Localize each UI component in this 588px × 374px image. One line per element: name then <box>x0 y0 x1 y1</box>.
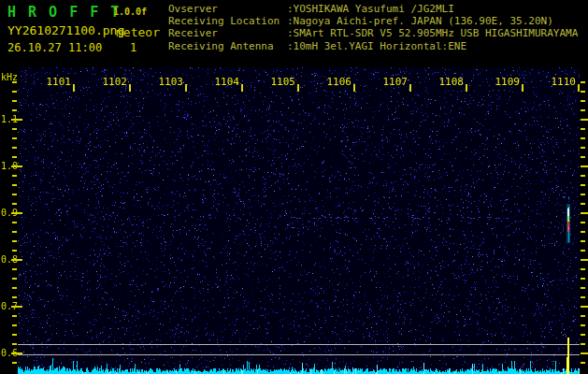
time-tick <box>73 84 75 92</box>
freq-minor-tick-left <box>12 194 17 195</box>
freq-minor-tick-left <box>12 362 17 364</box>
freq-major-tick-right <box>581 165 588 167</box>
freq-minor-tick-right <box>581 268 585 270</box>
freq-minor-tick-left <box>12 324 17 326</box>
mode-label: meteor <box>116 25 160 39</box>
freq-minor-tick-left <box>12 100 17 102</box>
freq-minor-tick-right <box>581 250 585 252</box>
station-info-row: Ovserver:YOSHIKAWA Yasufumi /JG2MLI <box>168 3 578 15</box>
time-tick-label: 1103 <box>155 76 183 88</box>
station-info-label: Receiving Location <box>168 15 287 27</box>
freq-minor-tick-right <box>581 231 585 233</box>
time-tick <box>241 84 243 92</box>
freq-minor-tick-left <box>12 278 17 280</box>
time-tick-label: 1101 <box>43 76 71 88</box>
freq-minor-tick-left <box>12 240 17 242</box>
freq-major-tick-right <box>581 259 588 261</box>
station-info-value: :10mH 3el.YAGI Horizontal:ENE <box>287 40 466 52</box>
time-tick-label: 1109 <box>492 76 520 88</box>
time-tick <box>353 84 355 92</box>
time-tick-label: 1108 <box>436 76 464 88</box>
station-info-row: Receiving Location:Nagoya Aichi-pref. JA… <box>168 15 578 27</box>
station-info-block: Ovserver:YOSHIKAWA Yasufumi /JG2MLIRecei… <box>168 3 578 52</box>
station-info-value: :YOSHIKAWA Yasufumi /JG2MLI <box>287 3 454 15</box>
freq-minor-tick-left <box>12 203 17 205</box>
time-tick <box>297 84 299 92</box>
freq-minor-tick-left <box>12 222 17 223</box>
freq-minor-tick-right <box>581 315 585 317</box>
freq-major-tick-left <box>11 165 22 167</box>
echo-count: 1 <box>130 41 136 54</box>
output-filename: YY2610271100.png <box>7 23 124 37</box>
freq-minor-tick-left <box>12 175 17 177</box>
freq-minor-tick-right <box>581 91 585 93</box>
freq-minor-tick-left <box>12 296 17 298</box>
app-title: H R O F F T <box>7 4 121 21</box>
time-tick-label: 1104 <box>211 76 239 88</box>
freq-minor-tick-right <box>581 287 585 289</box>
time-tick <box>129 84 131 92</box>
freq-minor-tick-left <box>12 268 17 270</box>
freq-minor-tick-right <box>581 109 585 111</box>
freq-minor-tick-right <box>581 222 585 223</box>
freq-minor-tick-left <box>12 231 17 233</box>
freq-minor-tick-left <box>12 287 17 289</box>
freq-major-tick-right <box>581 119 588 121</box>
freq-minor-tick-right <box>581 296 585 298</box>
time-tick-label: 1105 <box>267 76 295 88</box>
freq-major-tick-right <box>581 306 588 308</box>
station-info-label: Receiving Antenna <box>168 40 287 52</box>
station-info-value: :SMArt RTL-SDR V5 52.905MHz USB HIGASHIM… <box>287 27 578 39</box>
freq-minor-tick-left <box>12 128 17 130</box>
datetime-label: 26.10.27 11:00 <box>7 41 102 54</box>
freq-major-tick-right <box>581 352 588 354</box>
freq-minor-tick-right <box>581 203 585 205</box>
time-tick <box>522 84 523 92</box>
freq-minor-tick-left <box>12 334 17 336</box>
time-tick <box>578 84 580 92</box>
freq-minor-tick-right <box>581 334 585 336</box>
freq-minor-tick-left <box>12 315 17 317</box>
freq-minor-tick-right <box>581 100 585 102</box>
time-tick <box>466 84 467 92</box>
freq-major-tick-left <box>11 119 22 121</box>
freq-minor-tick-right <box>581 194 585 195</box>
freq-minor-tick-right <box>581 240 585 242</box>
time-tick-label: 1107 <box>380 76 408 88</box>
freq-minor-tick-right <box>581 147 585 149</box>
app-version: 1.0.0f <box>113 7 147 17</box>
time-tick <box>409 84 411 92</box>
freq-minor-tick-left <box>12 137 17 139</box>
freq-minor-tick-left <box>12 91 17 93</box>
station-info-row: Receiving Antenna:10mH 3el.YAGI Horizont… <box>168 40 578 52</box>
freq-minor-tick-left <box>12 109 17 111</box>
time-tick-label: 1106 <box>323 76 351 88</box>
freq-minor-tick-left <box>12 250 17 252</box>
time-tick-label: 1110 <box>548 76 576 88</box>
freq-major-tick-left <box>11 352 22 354</box>
freq-minor-tick-left <box>12 147 17 149</box>
freq-minor-tick-left <box>12 156 17 158</box>
spectrogram-canvas <box>18 67 580 374</box>
station-info-label: Receiver <box>168 27 287 39</box>
freq-minor-tick-right <box>581 184 585 186</box>
freq-minor-tick-right <box>581 343 585 345</box>
freq-minor-tick-right <box>581 324 585 326</box>
freq-major-tick-left <box>11 259 22 261</box>
freq-minor-tick-right <box>581 137 585 139</box>
freq-minor-tick-left <box>12 184 17 186</box>
freq-minor-tick-right <box>581 175 585 177</box>
freq-minor-tick-right <box>581 156 585 158</box>
freq-major-tick-left <box>11 306 22 308</box>
freq-major-tick-left <box>11 212 22 214</box>
station-info-label: Ovserver <box>168 3 287 15</box>
freq-minor-tick-right <box>581 362 585 364</box>
time-tick <box>185 84 187 92</box>
station-info-row: Receiver:SMArt RTL-SDR V5 52.905MHz USB … <box>168 27 578 39</box>
freq-minor-tick-right <box>581 128 585 130</box>
time-tick-label: 1102 <box>99 76 127 88</box>
freq-minor-tick-right <box>581 278 585 280</box>
freq-major-tick-right <box>581 212 588 214</box>
freq-minor-tick-left <box>12 81 17 83</box>
station-info-value: :Nagoya Aichi-pref. JAPAN (136.90E, 35.2… <box>287 15 553 27</box>
